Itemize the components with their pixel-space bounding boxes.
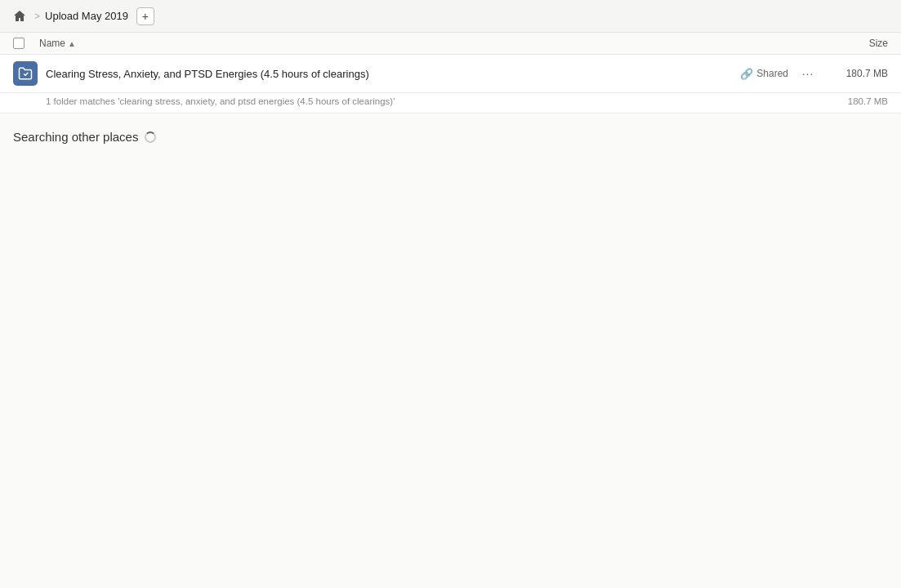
match-text: 1 folder matches 'clearing stress, anxie… [46,96,395,106]
sort-arrow-icon: ▲ [68,39,76,48]
link-icon: 🔗 [740,68,753,80]
searching-section: Searching other places [0,114,901,152]
searching-label: Searching other places [13,130,138,144]
table-row[interactable]: Clearing Stress, Anxiety, and PTSD Energ… [0,55,901,93]
breadcrumb-separator: > [34,11,40,22]
result-size: 180.7 MB [831,68,888,79]
table-header: Name ▲ Size [0,33,901,55]
match-info-row: 1 folder matches 'clearing stress, anxie… [0,93,901,114]
add-button[interactable]: + [136,7,154,25]
select-all-checkbox[interactable] [13,38,33,49]
breadcrumb-bar: > Upload May 2019 + [0,0,901,33]
size-column-header: Size [814,38,888,49]
shared-badge: 🔗 Shared [740,68,788,80]
name-column-header[interactable]: Name ▲ [39,38,814,49]
breadcrumb-title: Upload May 2019 [45,10,128,22]
more-options-button[interactable]: ··· [798,64,818,83]
home-button[interactable] [10,7,29,26]
result-name: Clearing Stress, Anxiety, and PTSD Energ… [46,68,740,80]
match-size: 180.7 MB [848,96,888,106]
folder-link-icon [13,61,38,86]
loading-spinner [145,131,156,143]
